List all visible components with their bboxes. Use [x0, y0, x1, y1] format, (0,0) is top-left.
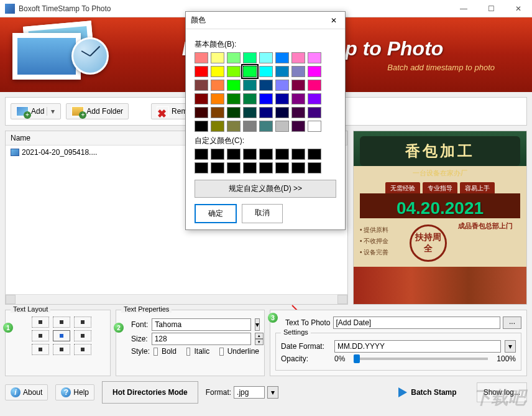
custom-color-cell[interactable]: [308, 162, 321, 173]
opacity-slider[interactable]: [354, 358, 488, 360]
basic-color-cell[interactable]: [243, 107, 257, 118]
basic-color-cell[interactable]: [227, 52, 241, 63]
basic-color-cell[interactable]: [195, 52, 208, 63]
basic-color-cell[interactable]: [243, 52, 257, 63]
custom-color-cell[interactable]: [291, 162, 305, 173]
hot-directories-button[interactable]: Hot Directories Mode: [102, 381, 198, 404]
basic-color-cell[interactable]: [259, 52, 273, 63]
color-cancel-button[interactable]: 取消: [242, 204, 283, 223]
horizontal-scrollbar[interactable]: [6, 294, 347, 304]
basic-color-cell[interactable]: [195, 121, 208, 132]
basic-color-cell[interactable]: [195, 107, 208, 118]
layout-pos-tl[interactable]: [32, 317, 49, 328]
basic-color-cell[interactable]: [211, 52, 224, 63]
basic-color-cell[interactable]: [275, 121, 289, 132]
custom-color-cell[interactable]: [227, 149, 241, 160]
basic-color-cell[interactable]: [291, 80, 305, 91]
add-button[interactable]: Add ▾: [11, 103, 61, 119]
basic-color-cell[interactable]: [308, 80, 321, 91]
basic-color-cell[interactable]: [211, 66, 224, 77]
format-dropdown[interactable]: ▾: [267, 386, 278, 399]
custom-color-cell[interactable]: [243, 162, 257, 173]
custom-color-cell[interactable]: [211, 149, 224, 160]
minimize-button[interactable]: —: [450, 0, 477, 17]
custom-color-cell[interactable]: [211, 162, 224, 173]
basic-color-cell[interactable]: [291, 121, 305, 132]
date-format-dropdown[interactable]: ▾: [505, 340, 516, 353]
basic-color-cell[interactable]: [243, 93, 257, 104]
basic-color-cell[interactable]: [227, 93, 241, 104]
basic-color-cell[interactable]: [308, 52, 321, 63]
custom-color-cell[interactable]: [195, 162, 208, 173]
layout-pos-bc[interactable]: [53, 344, 70, 355]
define-custom-color-button[interactable]: 规定自定义颜色(D) >>: [195, 180, 336, 198]
basic-color-cell[interactable]: [243, 121, 257, 132]
text-to-photo-input[interactable]: [333, 317, 501, 329]
basic-color-cell[interactable]: [275, 93, 289, 104]
basic-color-cell[interactable]: [275, 52, 289, 63]
add-dropdown[interactable]: ▾: [47, 107, 55, 116]
custom-color-cell[interactable]: [227, 162, 241, 173]
basic-color-cell[interactable]: [227, 80, 241, 91]
format-select[interactable]: [234, 386, 265, 399]
basic-color-cell[interactable]: [227, 66, 241, 77]
basic-color-cell[interactable]: [308, 93, 321, 104]
custom-color-cell[interactable]: [291, 149, 305, 160]
basic-color-cell[interactable]: [227, 121, 241, 132]
layout-pos-tc[interactable]: [53, 317, 70, 328]
basic-color-cell[interactable]: [275, 80, 289, 91]
close-button[interactable]: ✕: [505, 0, 532, 17]
size-spinner[interactable]: ▴▾: [255, 333, 264, 345]
show-log-button[interactable]: Show log...: [477, 382, 527, 402]
basic-color-cell[interactable]: [195, 66, 208, 77]
color-ok-button[interactable]: 确定: [195, 204, 237, 223]
basic-color-cell[interactable]: [291, 107, 305, 118]
font-dropdown[interactable]: ▾: [255, 318, 260, 331]
custom-color-cell[interactable]: [308, 149, 321, 160]
custom-color-cell[interactable]: [259, 162, 273, 173]
date-format-select[interactable]: [334, 340, 501, 353]
italic-checkbox[interactable]: [186, 348, 191, 356]
basic-color-cell[interactable]: [243, 80, 257, 91]
basic-color-cell[interactable]: [308, 66, 321, 77]
custom-color-cell[interactable]: [275, 162, 289, 173]
basic-color-cell[interactable]: [259, 121, 273, 132]
layout-pos-bl[interactable]: [32, 344, 49, 355]
basic-color-cell[interactable]: [259, 93, 273, 104]
scroll-right-button[interactable]: [337, 295, 347, 304]
custom-color-cell[interactable]: [275, 149, 289, 160]
add-folder-button[interactable]: Add Folder: [66, 103, 129, 119]
layout-pos-mr[interactable]: [74, 330, 91, 341]
basic-color-cell[interactable]: [227, 107, 241, 118]
ttp-browse-button[interactable]: ...: [503, 317, 521, 329]
basic-color-cell[interactable]: [211, 93, 224, 104]
basic-color-cell[interactable]: [291, 66, 305, 77]
custom-color-cell[interactable]: [195, 149, 208, 160]
help-button[interactable]: ? Help: [55, 384, 94, 400]
basic-color-cell[interactable]: [211, 107, 224, 118]
slider-thumb[interactable]: [354, 354, 360, 363]
underline-checkbox[interactable]: [219, 348, 224, 356]
scroll-left-button[interactable]: [6, 295, 16, 304]
basic-color-cell[interactable]: [243, 66, 257, 77]
basic-color-cell[interactable]: [259, 80, 273, 91]
basic-color-cell[interactable]: [195, 80, 208, 91]
basic-color-cell[interactable]: [291, 93, 305, 104]
basic-color-cell[interactable]: [308, 107, 321, 118]
about-button[interactable]: i About: [5, 384, 48, 400]
layout-pos-mc[interactable]: [53, 330, 70, 341]
bold-checkbox[interactable]: [154, 348, 158, 356]
custom-color-cell[interactable]: [259, 149, 273, 160]
basic-color-cell[interactable]: [275, 66, 289, 77]
maximize-button[interactable]: ☐: [477, 0, 505, 17]
basic-color-cell[interactable]: [195, 93, 208, 104]
color-dialog-close[interactable]: ✕: [328, 16, 340, 25]
layout-pos-br[interactable]: [74, 344, 91, 355]
basic-color-cell[interactable]: [308, 121, 321, 132]
custom-color-cell[interactable]: [243, 149, 257, 160]
basic-color-cell[interactable]: [259, 107, 273, 118]
basic-color-cell[interactable]: [291, 52, 305, 63]
basic-color-cell[interactable]: [211, 80, 224, 91]
basic-color-cell[interactable]: [259, 66, 273, 77]
basic-color-cell[interactable]: [275, 107, 289, 118]
